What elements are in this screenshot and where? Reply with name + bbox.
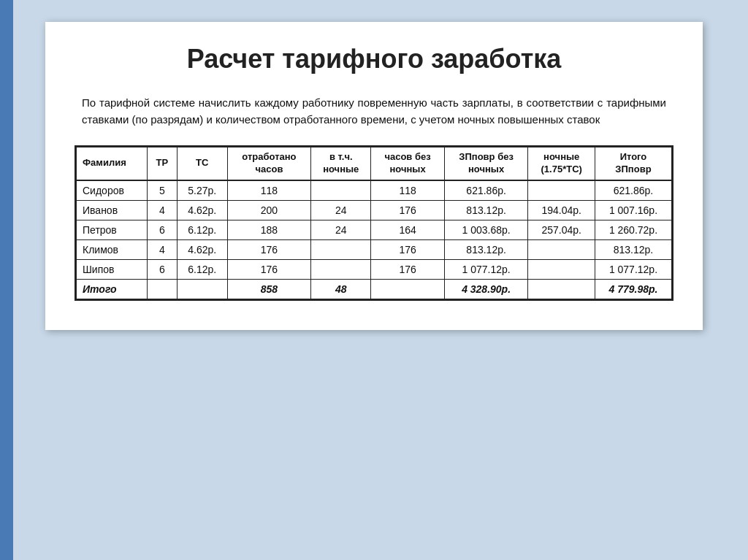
col-header-chasov-bez: часов безночных (371, 147, 444, 180)
table-cell: 6.12р. (177, 220, 227, 239)
table-cell: Иванов (77, 200, 148, 220)
table-cell (311, 239, 371, 259)
table-row: Иванов44.62р.20024176813.12р.194.04р.1 0… (77, 200, 672, 220)
table-cell: 164 (371, 220, 444, 239)
col-header-tc: ТС (177, 147, 227, 180)
table-cell (371, 279, 444, 299)
table-cell: 621.86р. (595, 180, 671, 201)
left-accent-bar (0, 0, 13, 560)
table-cell (311, 259, 371, 279)
table-cell: Шипов (77, 259, 148, 279)
table-cell: 5.27р. (177, 180, 227, 201)
table-cell: 6 (148, 259, 178, 279)
col-header-zprovr-bez: ЗПповр безночных (444, 147, 528, 180)
table-cell: 200 (227, 200, 310, 220)
table-cell: 1 003.68р. (444, 220, 528, 239)
table-cell: 4 (148, 200, 178, 220)
table-cell: 176 (371, 259, 444, 279)
table-cell (148, 279, 178, 299)
table-cell: Петров (77, 220, 148, 239)
table-row: Климов44.62р.176176813.12р.813.12р. (77, 239, 672, 259)
table-cell (311, 180, 371, 201)
table-cell (528, 239, 595, 259)
table-row: Петров66.12р.188241641 003.68р.257.04р.1… (77, 220, 672, 239)
table-cell: 858 (227, 279, 310, 299)
table-cell (528, 259, 595, 279)
table-cell: 4 (148, 239, 178, 259)
table-cell: 4 779.98р. (595, 279, 671, 299)
table-cell: 24 (311, 200, 371, 220)
table-row: Сидоров55.27р.118118621.86р.621.86р. (77, 180, 672, 201)
table-cell: 118 (227, 180, 310, 201)
table-cell: 621.86р. (444, 180, 528, 201)
main-page: Расчет тарифного заработка По тарифной с… (45, 22, 703, 330)
col-header-otrabotano: отработаночасов (227, 147, 310, 180)
table-cell: 5 (148, 180, 178, 201)
table-cell: 176 (227, 259, 310, 279)
table-cell: 813.12р. (444, 239, 528, 259)
table-cell: 4.62р. (177, 239, 227, 259)
table-cell: 257.04р. (528, 220, 595, 239)
table-body: Сидоров55.27р.118118621.86р.621.86р.Иван… (77, 180, 672, 299)
table-cell: Итого (77, 279, 148, 299)
table-row: Итого858484 328.90р.4 779.98р. (77, 279, 672, 299)
table-cell: 188 (227, 220, 310, 239)
table-cell (528, 180, 595, 201)
table-cell: 24 (311, 220, 371, 239)
salary-table: Фамилия ТР ТС отработаночасов в т.ч.ночн… (76, 147, 672, 299)
table-header-row: Фамилия ТР ТС отработаночасов в т.ч.ночн… (77, 147, 672, 180)
table-cell (177, 279, 227, 299)
table-cell: 1 260.72р. (595, 220, 671, 239)
col-header-tr: ТР (148, 147, 178, 180)
table-cell: 118 (371, 180, 444, 201)
col-header-nochnye-ts: ночные(1.75*ТС) (528, 147, 595, 180)
table-cell: 176 (227, 239, 310, 259)
col-header-itogo: ИтогоЗПповр (595, 147, 671, 180)
table-cell: 176 (371, 200, 444, 220)
col-header-nochnye: в т.ч.ночные (311, 147, 371, 180)
table-cell: 1 007.16р. (595, 200, 671, 220)
col-header-familiya: Фамилия (77, 147, 148, 180)
table-cell: 6.12р. (177, 259, 227, 279)
table-cell: 48 (311, 279, 371, 299)
table-row: Шипов66.12р.1761761 077.12р.1 077.12р. (77, 259, 672, 279)
page-title: Расчет тарифного заработка (75, 44, 673, 74)
table-cell (528, 279, 595, 299)
table-cell: 1 077.12р. (595, 259, 671, 279)
table-cell: Сидоров (77, 180, 148, 201)
table-cell: 4.62р. (177, 200, 227, 220)
data-table-wrapper: Фамилия ТР ТС отработаночасов в т.ч.ночн… (75, 145, 673, 301)
table-cell: Климов (77, 239, 148, 259)
table-cell: 813.12р. (595, 239, 671, 259)
table-cell: 6 (148, 220, 178, 239)
table-cell: 194.04р. (528, 200, 595, 220)
table-cell: 813.12р. (444, 200, 528, 220)
table-cell: 1 077.12р. (444, 259, 528, 279)
description-text: По тарифной системе начислить каждому ра… (75, 95, 673, 128)
table-cell: 4 328.90р. (444, 279, 528, 299)
table-cell: 176 (371, 239, 444, 259)
